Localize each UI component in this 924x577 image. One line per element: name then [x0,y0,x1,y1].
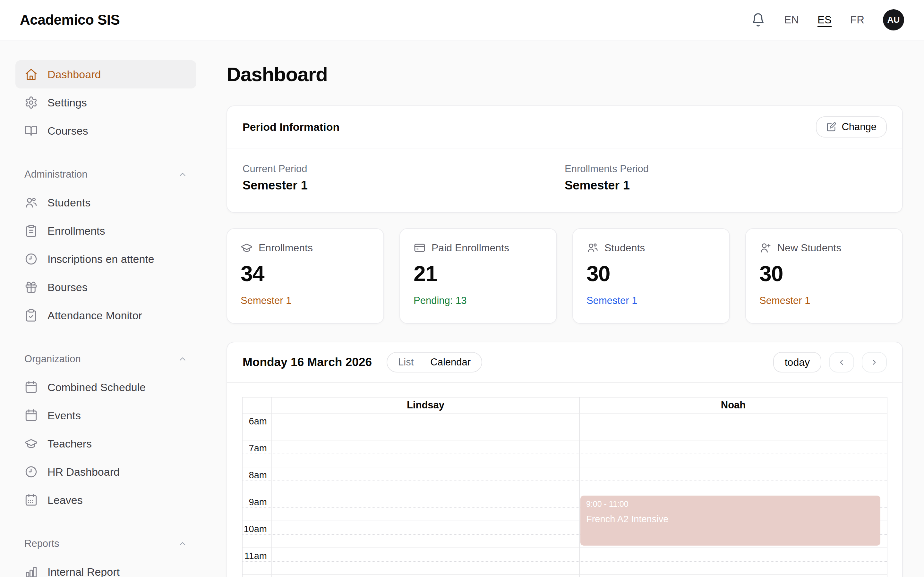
sidebar-item-teachers[interactable]: Teachers [15,430,196,458]
time-gutter-header [242,398,271,413]
topbar-actions: EN ES FR AU [751,9,904,31]
sidebar-item-internal-report[interactable]: Internal Report [15,558,196,577]
chevron-up-icon [178,169,187,179]
stat-value: 30 [586,261,716,286]
language-option-es[interactable]: ES [817,14,832,26]
sidebar-item-leaves[interactable]: Leaves [15,486,196,514]
day-slot-lindsay[interactable] [271,467,579,494]
stat-card-paid-enrollments: Paid Enrollments 21 Pending: 13 [399,228,557,324]
sidebar-item-bourses[interactable]: Bourses [15,273,196,301]
today-button[interactable]: today [773,352,821,372]
sidebar: Dashboard Settings Courses Administratio… [0,40,212,577]
period-card-title: Period Information [242,121,339,133]
day-slot-noah[interactable] [579,467,887,494]
sidebar-item-label: Events [47,409,81,422]
sidebar-item-courses[interactable]: Courses [15,117,196,145]
sidebar-section-reports[interactable]: Reports [15,530,196,558]
user-plus-icon [759,242,772,254]
sidebar-section-organization[interactable]: Organization [15,345,196,373]
clipboard-check-icon [24,309,38,322]
stat-value: 21 [414,261,543,286]
sidebar-item-label: Enrollments [47,225,105,237]
home-icon [24,68,38,81]
day-slot-noah[interactable] [579,548,887,574]
edit-pencil-icon [826,122,837,132]
stat-label: Paid Enrollments [431,242,509,254]
view-toggle: List Calendar [387,352,482,372]
day-slot-lindsay[interactable] [271,521,579,548]
stat-subtitle: Semester 1 [759,295,889,306]
current-period-value: Semester 1 [242,179,565,192]
language-option-en[interactable]: EN [784,14,799,26]
hour-row: 8am [242,467,887,494]
sidebar-item-label: Inscriptions en attente [47,253,154,266]
sidebar-item-label: Bourses [47,281,87,293]
user-avatar[interactable]: AU [883,9,904,31]
current-period-field: Current Period Semester 1 [242,163,565,192]
section-title: Organization [24,353,81,365]
notifications-bell-icon[interactable] [751,13,766,27]
sidebar-item-label: Dashboard [47,68,101,81]
stat-subtitle: Pending: 13 [414,295,543,306]
sidebar-item-dashboard[interactable]: Dashboard [15,60,196,89]
column-header-noah: Noah [579,398,887,413]
clipboard-list-icon [24,224,38,237]
calendar-event-french-a2[interactable]: 9:00 - 11:00 French A2 Intensive [580,496,880,546]
event-time: 9:00 - 11:00 [586,500,875,509]
view-option-calendar[interactable]: Calendar [422,356,479,368]
hour-row: 12pm [242,574,887,577]
day-slot-noah[interactable] [579,575,887,577]
day-slot-lindsay[interactable] [271,548,579,574]
stats-row: Enrollments 34 Semester 1 Paid Enrollmen… [226,228,903,324]
page-title: Dashboard [226,63,903,85]
change-period-button[interactable]: Change [816,116,887,137]
chevron-left-icon [837,358,846,367]
sidebar-item-students[interactable]: Students [15,189,196,217]
timegrid-body: 6am 7am 8am 9am [242,413,887,577]
sidebar-item-enrollments[interactable]: Enrollments [15,217,196,245]
sidebar-section-administration[interactable]: Administration [15,160,196,189]
enrollments-period-field: Enrollments Period Semester 1 [565,163,887,192]
period-information-card: Period Information Change Current Period… [226,105,903,213]
sidebar-item-pending-enrollments[interactable]: Inscriptions en attente [15,245,196,273]
timegrid: Lindsay Noah 6am 7am 8am [242,397,887,577]
prev-day-button[interactable] [829,352,854,372]
users-icon [24,196,38,210]
change-button-label: Change [842,121,877,133]
sidebar-item-label: Teachers [47,438,92,450]
stat-value: 30 [759,261,889,286]
time-label: 8am [242,467,271,494]
language-option-fr[interactable]: FR [850,14,864,26]
time-label: 10am [242,521,271,548]
calendar-icon [24,409,38,422]
day-slot-lindsay[interactable] [271,575,579,577]
graduation-cap-icon [241,242,253,254]
gear-icon [24,96,38,109]
open-book-icon [24,124,38,137]
sidebar-item-combined-schedule[interactable]: Combined Schedule [15,373,196,401]
stat-subtitle: Semester 1 [241,295,370,306]
column-header-lindsay: Lindsay [271,398,579,413]
sidebar-item-label: Students [47,197,90,209]
day-slot-noah[interactable] [579,440,887,467]
day-slot-noah[interactable] [579,414,887,440]
schedule-card: Monday 16 March 2026 List Calendar today [226,342,903,577]
view-option-list[interactable]: List [390,356,422,368]
hour-row: 7am [242,440,887,467]
time-label: 7am [242,440,271,467]
day-slot-lindsay[interactable] [271,414,579,440]
next-day-button[interactable] [862,352,887,372]
stat-label: New Students [777,242,841,254]
app-logo: Academico SIS [20,12,120,28]
day-slot-lindsay[interactable] [271,494,579,521]
sidebar-item-attendance-monitor[interactable]: Attendance Monitor [15,301,196,330]
stat-value: 34 [241,261,370,286]
sidebar-item-label: Combined Schedule [47,381,145,394]
stat-label: Enrollments [258,242,313,254]
sidebar-item-events[interactable]: Events [15,401,196,430]
day-slot-lindsay[interactable] [271,440,579,467]
sidebar-item-settings[interactable]: Settings [15,89,196,117]
sidebar-item-label: HR Dashboard [47,466,120,478]
gift-icon [24,280,38,294]
sidebar-item-hr-dashboard[interactable]: HR Dashboard [15,458,196,486]
